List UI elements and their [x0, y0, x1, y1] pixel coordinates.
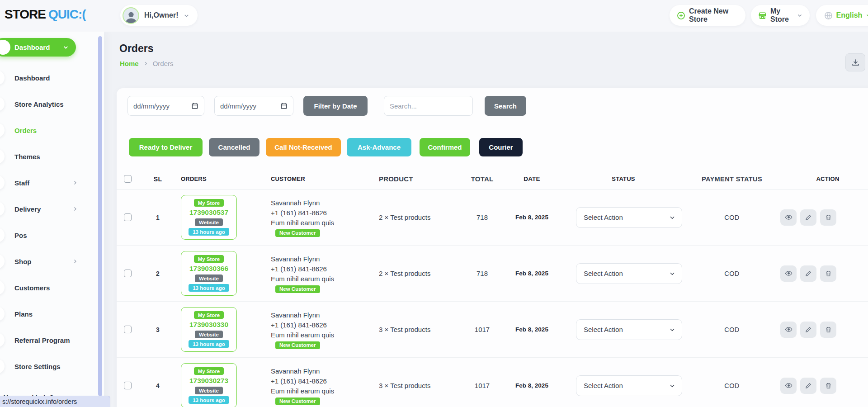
header-date: DATE [501, 175, 562, 182]
time-ago-badge: 13 hours ago [189, 284, 229, 292]
sidebar-item-delivery[interactable]: Delivery [0, 196, 97, 222]
order-number[interactable]: 1739030537 [189, 208, 228, 217]
download-button[interactable] [845, 53, 865, 71]
select-all-checkbox[interactable] [124, 175, 132, 183]
select-action-dropdown[interactable]: Select Action [576, 319, 682, 340]
customer-cell: Savannah Flynn +1 (161) 841-8626 Eum nih… [271, 310, 377, 349]
customer-name: Savannah Flynn [271, 198, 377, 208]
store-badge: My Store [194, 311, 224, 319]
search-input[interactable]: Search... [384, 96, 473, 116]
view-order-button[interactable] [780, 322, 797, 338]
sidebar-item-store-settings[interactable]: Store Settings [0, 353, 97, 379]
create-new-store-button[interactable]: Create New Store [670, 5, 745, 26]
table-row: 1 My Store 1739030537 Website 13 hours a… [117, 189, 868, 246]
customer-note: Eum nihil earum quis [271, 274, 377, 284]
row-serial: 2 [142, 270, 174, 277]
order-card[interactable]: My Store 1739030330 Website 13 hours ago [181, 307, 237, 352]
call-not-received-button[interactable]: Call Not-Received [266, 138, 341, 156]
order-number[interactable]: 1739030273 [189, 377, 228, 385]
sidebar-item-referral-program[interactable]: Referral Program [0, 327, 97, 353]
view-order-button[interactable] [780, 265, 797, 282]
dashboard-icon [0, 40, 10, 55]
sidebar-item-customers[interactable]: Customers [0, 274, 97, 301]
store-badge: My Store [194, 255, 224, 263]
order-card[interactable]: My Store 1739030366 Website 13 hours ago [181, 251, 237, 296]
edit-order-button[interactable] [800, 265, 816, 282]
sidebar-item-label: Delivery [14, 205, 41, 213]
select-action-dropdown[interactable]: Select Action [576, 375, 682, 396]
payment-status-cell: COD [684, 326, 779, 333]
customer-phone: +1 (161) 841-8626 [271, 376, 377, 386]
delete-order-button[interactable] [820, 209, 836, 226]
channel-badge: Website [195, 387, 223, 394]
sidebar-item-orders[interactable]: Orders [0, 117, 97, 143]
user-menu[interactable]: Hi,Owner! [120, 5, 198, 26]
delete-order-button[interactable] [820, 265, 836, 282]
customer-phone: +1 (161) 841-8626 [271, 264, 377, 274]
channel-badge: Website [195, 274, 223, 282]
customer-note: Eum nihil earum quis [271, 330, 377, 340]
chevron-down-icon [669, 327, 675, 333]
order-number[interactable]: 1739030330 [189, 321, 228, 329]
select-action-dropdown[interactable]: Select Action [576, 207, 682, 228]
action-cell [779, 378, 868, 394]
trash-icon [825, 270, 832, 277]
row-checkbox[interactable] [124, 270, 132, 277]
time-ago-badge: 13 hours ago [189, 396, 229, 404]
order-card[interactable]: My Store 1739030537 Website 13 hours ago [181, 195, 237, 240]
sidebar-item-label: Plans [14, 310, 33, 318]
date-to-input[interactable]: dd/mm/yyyy [214, 96, 293, 116]
customer-note: Eum nihil earum quis [271, 386, 377, 396]
sidebar-item-staff[interactable]: Staff [0, 170, 97, 196]
edit-order-button[interactable] [800, 209, 816, 226]
view-order-button[interactable] [780, 209, 797, 226]
product-cell: 2 × Test products [377, 213, 463, 221]
sidebar-item-themes[interactable]: Themes [0, 143, 97, 170]
confirmed-button[interactable]: Confirmed [420, 138, 470, 156]
table-row: 4 My Store 1739030273 Website 13 hours a… [117, 358, 868, 407]
sidebar-item-store-analytics[interactable]: Store Analytics [0, 91, 97, 117]
customer-cell: Savannah Flynn +1 (161) 841-8626 Eum nih… [271, 254, 377, 293]
eye-icon [785, 382, 793, 389]
breadcrumb-home-link[interactable]: Home [120, 60, 139, 67]
ready-to-deliver-button[interactable]: Ready to Deliver [129, 138, 203, 156]
select-action-dropdown[interactable]: Select Action [576, 263, 682, 284]
sidebar-item-label: Dashboard [14, 74, 50, 82]
sidebar-item-dashboard[interactable]: Dashboard [0, 65, 97, 91]
date-from-placeholder: dd/mm/yyyy [133, 102, 170, 110]
row-checkbox[interactable] [124, 326, 132, 333]
language-menu[interactable]: English [816, 5, 868, 26]
edit-order-button[interactable] [800, 378, 816, 394]
table-header: SL ORDERS CUSTOMER PRODUCT TOTAL DATE ST… [117, 169, 868, 189]
sidebar-section-dashboard[interactable]: Dashboard [0, 38, 76, 57]
date-from-input[interactable]: dd/mm/yyyy [127, 96, 204, 116]
row-checkbox[interactable] [124, 382, 132, 389]
store-badge: My Store [194, 367, 224, 375]
sidebar-item-shop[interactable]: Shop [0, 248, 97, 274]
cancelled-button[interactable]: Cancelled [209, 138, 259, 156]
order-card[interactable]: My Store 1739030273 Website 13 hours ago [181, 363, 237, 407]
delete-order-button[interactable] [820, 378, 836, 394]
avatar [123, 7, 139, 24]
sidebar-nav: Dashboard Store Analytics Orders Themes … [0, 65, 97, 379]
delete-order-button[interactable] [820, 322, 836, 338]
courier-button[interactable]: Courier [479, 138, 523, 156]
date-cell: Feb 8, 2025 [501, 326, 562, 333]
plus-circle-icon [677, 11, 685, 20]
row-serial: 1 [142, 214, 174, 221]
search-button[interactable]: Search [485, 96, 526, 116]
new-customer-badge: New Customer [275, 285, 320, 293]
view-order-button[interactable] [780, 378, 797, 394]
table-row: 2 My Store 1739030366 Website 13 hours a… [117, 246, 868, 302]
edit-order-button[interactable] [800, 322, 816, 338]
row-checkbox[interactable] [124, 213, 132, 221]
sidebar-scrollbar[interactable] [98, 36, 102, 396]
my-store-menu[interactable]: My Store [751, 5, 810, 26]
select-action-label: Select Action [584, 326, 623, 333]
order-number[interactable]: 1739030366 [189, 265, 228, 273]
sidebar-item-pos[interactable]: Pos [0, 222, 97, 248]
select-action-label: Select Action [584, 382, 623, 389]
sidebar-item-plans[interactable]: Plans [0, 301, 97, 327]
filter-by-date-button[interactable]: Filter by Date [303, 96, 368, 116]
ask-advance-button[interactable]: Ask-Advance [347, 138, 411, 156]
